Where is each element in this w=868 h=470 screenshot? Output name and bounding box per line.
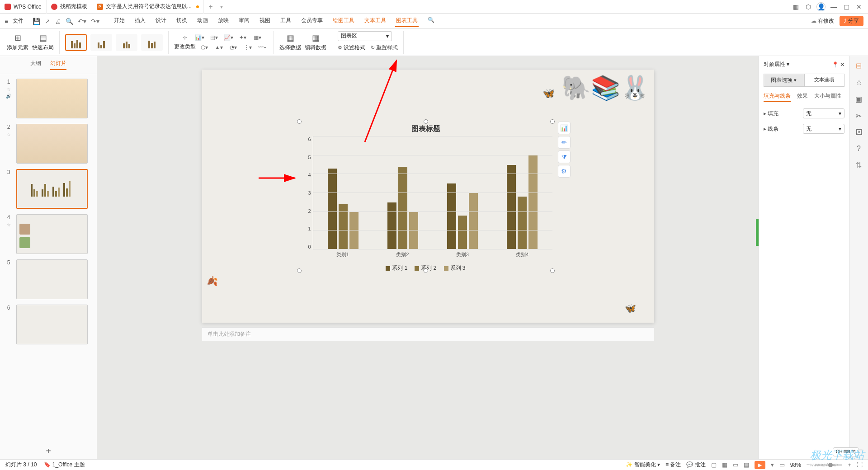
comments-button[interactable]: 💬 批注 (686, 461, 705, 469)
text-options-tab[interactable]: 文本选项 (804, 74, 845, 87)
legend-item[interactable]: 系列 1 (386, 264, 407, 272)
chart-style-thumb-3[interactable] (116, 34, 137, 51)
flow-strip-icon[interactable]: ⇅ (856, 161, 862, 169)
resize-handle-tr[interactable] (550, 119, 555, 124)
share-button[interactable]: ⤴ 分享 (840, 16, 863, 26)
normal-view-icon[interactable]: ▢ (711, 461, 717, 468)
search-icon[interactable]: 🔍 (427, 15, 435, 27)
chart-filter-tool-icon[interactable]: ⧩ (558, 150, 571, 163)
zoom-minus-icon[interactable]: − (807, 461, 810, 468)
quick-layout-button[interactable]: ▤ 快速布局 (32, 33, 54, 52)
app-tab[interactable]: WPS Office (0, 0, 47, 14)
resize-handle-t[interactable] (424, 119, 428, 124)
menu-hamburger-icon[interactable]: ≡ (5, 18, 8, 25)
file-menu[interactable]: 文件 (13, 17, 24, 25)
properties-strip-icon[interactable]: ⊟ (856, 61, 862, 70)
slides-list[interactable]: 1☆🔊 2☆ 3 4☆ 5 6 (0, 74, 97, 443)
fill-select[interactable]: 无▾ (803, 108, 844, 118)
slide-thumb-1[interactable] (16, 79, 88, 118)
resize-handle-b[interactable] (424, 268, 428, 273)
add-element-button[interactable]: ⊞ 添加元素 (7, 33, 28, 52)
tab-dropdown-icon[interactable]: ▾ (220, 4, 223, 10)
template-tab[interactable]: 找稻壳模板 (47, 0, 92, 14)
slide-thumb-3-selected[interactable] (16, 169, 88, 209)
sorter-view-icon[interactable]: ▦ (722, 461, 727, 468)
bar[interactable] (458, 216, 467, 249)
chart-options-tab[interactable]: 图表选项 ▾ (764, 74, 804, 87)
zoom-level[interactable]: 98% (790, 462, 801, 468)
redo-icon[interactable]: ↷▾ (91, 18, 99, 25)
tab-slideshow[interactable]: 放映 (217, 15, 230, 27)
chart-elements-tool-icon[interactable]: 📊 (558, 122, 571, 134)
tab-member[interactable]: 会员专享 (300, 15, 324, 27)
minimize-icon[interactable]: — (829, 2, 838, 11)
chart-area-select[interactable]: 图表区▾ (338, 31, 392, 41)
export-icon[interactable]: ↗ (45, 18, 50, 25)
chart-plot-area[interactable]: 6543210 (313, 136, 552, 249)
document-tab-active[interactable]: P 文字是人类用符号记录表达信息以... (92, 0, 204, 14)
save-icon[interactable]: 💾 (33, 18, 40, 25)
close-icon[interactable]: ✕ (854, 2, 863, 11)
bar[interactable] (447, 183, 456, 249)
chart-style-thumb-2[interactable] (90, 34, 112, 51)
maximize-icon[interactable]: ▢ (842, 2, 851, 11)
bar-group[interactable] (387, 136, 418, 249)
size-subtab[interactable]: 大小与属性 (814, 92, 841, 102)
bar-group[interactable] (328, 136, 359, 249)
chart-style-thumb-1[interactable] (65, 34, 87, 51)
slides-strip-icon[interactable]: ▣ (855, 95, 862, 103)
tab-drawtools[interactable]: 绘图工具 (332, 15, 355, 27)
image-strip-icon[interactable]: 🖼 (855, 128, 863, 136)
add-slide-button[interactable]: + (0, 443, 97, 459)
edit-data-button[interactable]: ▦ 编辑数据 (305, 33, 326, 52)
bar[interactable] (528, 155, 538, 249)
change-type-button[interactable]: ⊹📊▾▤▾📈▾✦▾▦▾ 更改类型⬠▾▲▾◔▾⋮▾〰▾ (174, 33, 268, 52)
slide-thumb-2[interactable] (16, 124, 88, 164)
effect-subtab[interactable]: 效果 (797, 92, 808, 102)
bar[interactable] (469, 193, 478, 249)
bar[interactable] (387, 202, 396, 249)
theme-indicator[interactable]: 🔖 1_Office 主题 (44, 461, 85, 469)
slide-canvas[interactable]: 🦋 🐘📚🐰 🦋 🍂 📊 ✏ ⧩ ⚙ 图表标题 (202, 70, 654, 323)
slides-tab[interactable]: 幻灯片 (50, 60, 66, 70)
notes-button[interactable]: ≡ 备注 (665, 461, 681, 469)
chart-object[interactable]: 📊 ✏ ⧩ ⚙ 图表标题 6543210 类别1类别2类别3类别4 系列 1系列… (299, 122, 552, 271)
chart-style-tool-icon[interactable]: ✏ (558, 136, 571, 149)
star-strip-icon[interactable]: ☆ (856, 78, 862, 87)
add-tab-button[interactable]: + (204, 3, 217, 11)
tab-transition[interactable]: 切换 (175, 15, 188, 27)
fill-line-subtab[interactable]: 填充与线条 (764, 92, 791, 102)
legend-item[interactable]: 系列 3 (444, 264, 466, 272)
select-data-button[interactable]: ▦ 选择数据 (279, 33, 301, 52)
outline-tab[interactable]: 大纲 (30, 60, 41, 70)
slideshow-dropdown-icon[interactable]: ▾ (771, 461, 774, 468)
scrollbar-accent[interactable] (756, 219, 759, 246)
bar[interactable] (507, 165, 516, 250)
preview-icon[interactable]: 🔍 (66, 18, 73, 25)
zoom-out-icon[interactable]: ▭ (779, 461, 785, 468)
reading-view-icon[interactable]: ▭ (733, 461, 738, 468)
bar[interactable] (328, 169, 337, 249)
tools-strip-icon[interactable]: ✂ (856, 112, 862, 120)
cube-layout-icon[interactable]: ▦ (791, 2, 800, 11)
help-strip-icon[interactable]: ? (857, 145, 861, 153)
tab-review[interactable]: 审阅 (238, 15, 250, 27)
bar[interactable] (398, 167, 407, 249)
pin-icon[interactable]: 📍 (832, 61, 839, 68)
notes-view-icon[interactable]: ▤ (744, 461, 749, 468)
bar[interactable] (518, 197, 527, 249)
bar-group[interactable] (507, 136, 538, 249)
print-icon[interactable]: 🖨 (55, 18, 61, 25)
notes-placeholder[interactable]: 单击此处添加备注 (202, 327, 654, 341)
bar-group[interactable] (447, 136, 478, 249)
reset-style-button[interactable]: ↻ 重置样式 (371, 44, 398, 52)
chart-style-thumb-4[interactable] (141, 34, 163, 51)
resize-handle-bl[interactable] (297, 268, 302, 273)
close-panel-icon[interactable]: ✕ (840, 61, 844, 68)
tab-texttools[interactable]: 文本工具 (363, 15, 387, 27)
tab-charttools[interactable]: 图表工具 (395, 15, 419, 27)
slideshow-button[interactable]: ▶ (755, 461, 765, 469)
tab-animation[interactable]: 动画 (196, 15, 209, 27)
line-select[interactable]: 无▾ (803, 124, 844, 134)
chart-settings-tool-icon[interactable]: ⚙ (558, 165, 571, 178)
